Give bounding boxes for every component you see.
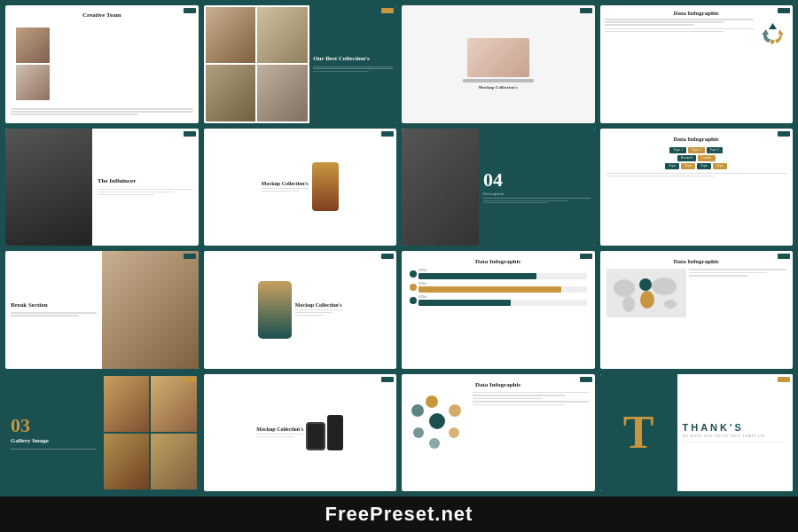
slide-13: 03 Gallery Image [5,374,199,492]
slide-15-title: Data Infographic [406,379,591,388]
box8: Topic [697,163,711,169]
l1 [262,188,309,190]
l5 [473,404,565,406]
world-map-icon [606,269,686,317]
slide-1-photos [11,22,193,106]
slide-5-text: The Influincer [92,129,199,246]
slide-4-text [605,19,755,34]
slide-badge-4 [778,8,790,13]
slide-badge-9 [184,254,196,259]
slide-13-images [102,374,199,492]
big-letter-t: T [623,410,654,456]
box4: Research [677,155,696,161]
slide-badge-12 [778,254,790,259]
slide-7: 04 Description [402,129,595,246]
box2: Topic 2 [688,147,705,153]
bar-container-3: 03/Title [419,295,587,306]
l3 [483,202,547,203]
l5 [605,31,724,33]
gallery-img-2 [151,376,196,432]
slide-7-image [402,129,479,246]
phone-screen [312,162,339,211]
l2 [11,315,79,317]
box5: Connect [698,155,716,161]
svg-point-4 [639,278,652,291]
box1: Topic 1 [669,147,686,153]
slide-badge-1 [184,8,196,13]
slide-8-lines [605,171,789,180]
box9: Topic [713,163,727,169]
bar-label-2: 02/Title [419,282,587,286]
row1: Topic 1 Topic 2 Topic 3 [606,147,787,153]
influencer-img [5,129,92,246]
circle-cluster [408,392,470,450]
slide-12-title: Data Infographic [605,255,789,265]
slide-11-title: Data Infographic [406,255,591,265]
bar-track-2 [419,286,587,293]
bar-label-3: 03/Title [419,295,587,299]
slides-grid: Creative Team Our Best Collection's [0,0,798,497]
slide-badge-6 [381,131,394,137]
watch [306,422,325,450]
l4 [605,28,755,30]
c2 [411,404,424,417]
watch-group [306,415,343,450]
slide-7-img [402,129,479,246]
slide-3-title: Mockup Collection's [479,85,518,90]
l2 [483,200,568,201]
slide-1-title: Creative Team [11,12,193,19]
svg-point-5 [640,291,654,309]
bar-container-1: 01/Title [419,269,587,279]
slide-15-text [473,392,589,450]
slide-badge-10 [381,254,394,259]
slide-9-text: Break Section [5,251,102,369]
gallery-img-4 [151,434,196,489]
watermark-text: FreePreset.net [325,503,473,526]
phone-person [258,281,292,339]
l3 [98,194,155,196]
slide-15-content [406,390,591,451]
slide-11: Data Infographic 01/Title 02/Title [402,251,595,369]
slide-10: Mockup Collection's [204,251,397,369]
l2 [605,21,724,23]
slide-9-image [102,251,199,369]
l2 [473,395,565,396]
l1 [605,19,755,20]
slide-12-text [689,269,787,317]
img-box-3 [206,65,256,121]
slide-13-text: 03 Gallery Image [5,374,102,492]
slide-13-title: Gallery Image [11,437,97,446]
c5 [449,427,459,438]
svg-point-6 [652,278,677,295]
svg-point-0 [771,40,775,44]
center-circle [427,411,447,431]
slide-7-number: 04 [483,170,591,190]
slide-8: Data Infographic Topic 1 Topic 2 Topic 3… [600,129,794,246]
slide-badge-2 [381,8,394,13]
bar-label-1: 01/Title [419,269,587,272]
slide-14: Mockup Collection's [204,374,397,492]
l1 [606,173,787,175]
bar-row-3: 03/Title [410,295,587,306]
l2 [262,191,299,192]
slide-8-title: Data Infographic [605,133,789,143]
l2 [295,312,332,314]
slide-8-boxes: Topic 1 Topic 2 Topic 3 Research Connect… [605,145,789,171]
img-box-4 [257,65,308,121]
slide-2-text: Our Best Collection's [309,5,396,123]
slide-16-right: THANK'S WE HOPE YOU ENJOY THIS TEMPLATE [677,374,794,492]
slide-3: Mockup Collection's [402,5,595,123]
slide-2-images [204,5,310,123]
slide-badge-14 [381,377,394,382]
slide-16-sub: WE HOPE YOU ENJOY THIS TEMPLATE [683,434,788,438]
laptop-screen-content [467,38,529,77]
l2 [98,192,174,193]
line-2 [313,68,393,69]
slide-14-title: Mockup Collection's [256,426,303,432]
bar-fill-2 [419,286,561,293]
laptop-base [463,79,534,82]
slide-13-number: 03 [11,416,97,435]
row3: Topic Topic Topic Topic [606,163,787,169]
line-1 [313,66,393,67]
laptop-mockup [463,38,534,82]
